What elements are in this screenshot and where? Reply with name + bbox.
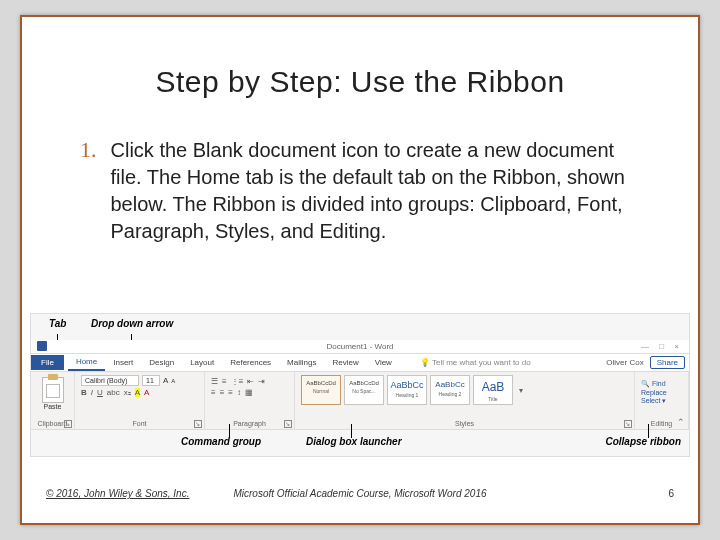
style-title[interactable]: AaB Title: [473, 375, 513, 405]
style-heading1[interactable]: AaBbCc Heading 1: [387, 375, 427, 405]
callout-top-row: Tab Drop down arrow: [31, 318, 689, 338]
group-clipboard: Paste Clipboard: [31, 372, 75, 429]
tab-mailings[interactable]: Mailings: [279, 355, 324, 370]
share-button[interactable]: Share: [650, 356, 685, 369]
tab-design[interactable]: Design: [141, 355, 182, 370]
bullets-icon[interactable]: ☰: [211, 377, 218, 386]
indent-right-icon[interactable]: ⇥: [258, 377, 265, 386]
shrink-font-icon[interactable]: A: [171, 378, 175, 384]
slide-title: Step by Step: Use the Ribbon: [22, 65, 698, 99]
page-number: 6: [668, 488, 674, 499]
leader-line: [229, 424, 230, 438]
list-number: 1.: [80, 137, 97, 245]
ribbon-tabs: File Home Insert Design Layout Reference…: [31, 354, 689, 372]
style-name: No Spac...: [345, 388, 383, 394]
slide-footer: © 2016, John Wiley & Sons, Inc. Microsof…: [46, 488, 674, 499]
tab-insert[interactable]: Insert: [105, 355, 141, 370]
select-label: Select: [641, 397, 660, 404]
leader-line: [648, 424, 649, 438]
dialog-launcher-icon[interactable]: [194, 420, 202, 428]
style-sample: AaB: [474, 380, 512, 394]
style-sample: AaBbCcDd: [345, 380, 383, 386]
tab-home[interactable]: Home: [68, 354, 105, 371]
replace-button[interactable]: Replace: [641, 389, 682, 396]
find-button[interactable]: 🔍 Find: [641, 380, 682, 388]
line-spacing-icon[interactable]: ↕: [237, 388, 241, 397]
body-content: 1. Click the Blank document icon to crea…: [80, 137, 640, 245]
group-paragraph: ☰ ≡ ⋮≡ ⇤ ⇥ ≡ ≡ ≡ ↕ ▦ Paragraph: [205, 372, 295, 429]
body-text: Click the Blank document icon to create …: [111, 137, 641, 245]
font-label: Font: [81, 420, 198, 427]
titlebar: Document1 - Word — □ ×: [31, 340, 689, 354]
indent-left-icon[interactable]: ⇤: [247, 377, 254, 386]
style-nospacing[interactable]: AaBbCcDd No Spac...: [344, 375, 384, 405]
group-styles: AaBbCcDd Normal AaBbCcDd No Spac... AaBb…: [295, 372, 635, 429]
font-name-dropdown[interactable]: Calibri (Body): [81, 375, 139, 386]
grow-font-icon[interactable]: A: [163, 376, 168, 385]
style-sample: AaBbCc: [388, 380, 426, 390]
style-name: Heading 2: [431, 391, 469, 397]
paragraph-label: Paragraph: [211, 420, 288, 427]
subscript-icon[interactable]: x₂: [124, 388, 131, 397]
leader-line: [351, 424, 352, 438]
tab-file[interactable]: File: [31, 355, 64, 370]
style-normal[interactable]: AaBbCcDd Normal: [301, 375, 341, 405]
multilevel-icon[interactable]: ⋮≡: [231, 377, 244, 386]
find-label: Find: [652, 380, 666, 387]
callout-bottom-row: Command group Dialog box launcher Collap…: [31, 436, 689, 454]
callout-dropdown: Drop down arrow: [91, 318, 173, 329]
tell-me-text: Tell me what you want to do: [432, 358, 531, 367]
tab-view[interactable]: View: [367, 355, 400, 370]
font-color-icon[interactable]: A: [144, 388, 149, 397]
copyright-text: © 2016, John Wiley & Sons, Inc.: [46, 488, 189, 499]
ribbon-screenshot: Tab Drop down arrow Document1 - Word — □…: [30, 313, 690, 457]
strike-icon[interactable]: abc: [107, 388, 120, 397]
style-name: Normal: [302, 388, 340, 394]
save-icon[interactable]: [37, 341, 47, 351]
tab-references[interactable]: References: [222, 355, 279, 370]
tell-me-search[interactable]: 💡 Tell me what you want to do: [400, 358, 600, 367]
window-buttons[interactable]: — □ ×: [641, 342, 683, 351]
callout-dialog-launcher: Dialog box launcher: [306, 436, 402, 447]
dialog-launcher-icon[interactable]: [624, 420, 632, 428]
select-button[interactable]: Select ▾: [641, 397, 682, 405]
collapse-ribbon-icon[interactable]: ⌃: [677, 417, 685, 427]
group-font: Calibri (Body) 11 A A B I U abc x₂ A A F…: [75, 372, 205, 429]
callout-collapse: Collapse ribbon: [605, 436, 681, 447]
style-name: Heading 1: [388, 392, 426, 398]
align-right-icon[interactable]: ≡: [228, 388, 233, 397]
shading-icon[interactable]: ▦: [245, 388, 253, 397]
align-center-icon[interactable]: ≡: [220, 388, 225, 397]
slide: Step by Step: Use the Ribbon 1. Click th…: [20, 15, 700, 525]
callout-command-group: Command group: [181, 436, 261, 447]
ribbon-commands: Paste Clipboard Calibri (Body) 11 A A B …: [31, 372, 689, 430]
highlight-icon[interactable]: A: [135, 388, 140, 397]
paste-icon[interactable]: [42, 377, 64, 403]
tab-layout[interactable]: Layout: [182, 355, 222, 370]
style-sample: AaBbCcDd: [302, 380, 340, 386]
replace-label: Replace: [641, 389, 667, 396]
bold-icon[interactable]: B: [81, 388, 87, 397]
dialog-launcher-icon[interactable]: [284, 420, 292, 428]
italic-icon[interactable]: I: [91, 388, 93, 397]
user-name[interactable]: Oliver Cox: [600, 358, 649, 367]
align-left-icon[interactable]: ≡: [211, 388, 216, 397]
styles-more-icon[interactable]: ▾: [516, 386, 526, 395]
paste-label: Paste: [37, 403, 68, 410]
numbering-icon[interactable]: ≡: [222, 377, 227, 386]
underline-icon[interactable]: U: [97, 388, 103, 397]
style-heading2[interactable]: AaBbCc Heading 2: [430, 375, 470, 405]
style-sample: AaBbCc: [431, 380, 469, 389]
dialog-launcher-icon[interactable]: [64, 420, 72, 428]
font-size-dropdown[interactable]: 11: [142, 375, 160, 386]
style-name: Title: [474, 396, 512, 402]
callout-tab: Tab: [49, 318, 66, 329]
course-text: Microsoft Official Academic Course, Micr…: [233, 488, 486, 499]
document-title: Document1 - Word: [327, 342, 394, 351]
tab-review[interactable]: Review: [324, 355, 366, 370]
